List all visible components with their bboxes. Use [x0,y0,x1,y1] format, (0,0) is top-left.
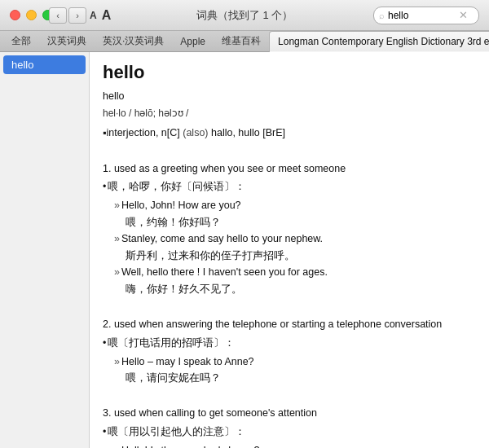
entry-word: hello [103,62,476,83]
minimize-button[interactable] [26,10,37,20]
tabbar: 全部 汉英词典 英汉·汉英词典 Apple 维基百科 Longman Conte… [0,31,489,52]
def-2-num: 2. used when answering the telephone or … [103,316,476,333]
def-1-ex3-en: Well, hello there ! I haven't seen you f… [103,264,476,281]
font-size-controls: A A [90,8,111,23]
search-icon: ⌕ [379,11,385,20]
tab-longman[interactable]: Longman Contemporary English Dictionary … [269,31,489,52]
def-2-ex1-zh: 喂，请问安妮在吗？ [103,370,476,387]
def-1-ex2-en: Stanley, come and say hello to your neph… [103,231,476,248]
search-input[interactable] [388,10,457,21]
def-2-zh: 喂〔打电话用的招呼语〕： [103,335,476,352]
tab-zh-en[interactable]: 汉英词典 [39,31,95,51]
titlebar: ‹ › A A 词典（找到了 1 个） ⌕ ✕ [0,0,489,31]
close-button[interactable] [10,10,20,20]
window-title: 词典（找到了 1 个） [196,8,293,23]
entry-body: hello hel·lo / həlō; həlɔʊ / ▪interjecti… [103,88,476,448]
def-1-ex3-zh: 嗨，你好！好久不见了。 [103,281,476,298]
def-3-ex1-en: Hello! Is there anybody home? [103,442,476,448]
entry-headword: hello [103,88,476,105]
sidebar: hello [0,52,90,448]
tab-apple[interactable]: Apple [172,31,214,51]
def-3-zh: 喂〔用以引起他人的注意〕： [103,424,476,441]
def-3-num: 3. used when calling to get someone's at… [103,405,476,422]
forward-button[interactable]: › [68,7,86,24]
entry-pos: ▪interjection, n[C] (also) hallo, hullo … [103,125,476,142]
def-1-ex1-zh: 喂，约翰！你好吗？ [103,214,476,231]
tab-en-zh[interactable]: 英汉·汉英词典 [95,31,172,51]
def-1-zh: 喂，哈啰，你好〔问候语〕： [103,178,476,195]
window-controls [10,10,53,20]
def-1-ex2-zh: 斯丹利，过来和你的侄子打声招呼。 [103,248,476,265]
tab-all[interactable]: 全部 [3,31,39,51]
sidebar-item-hello[interactable]: hello [3,55,86,74]
font-small-button[interactable]: A [90,10,97,21]
back-icon: ‹ [56,11,59,20]
font-large-button[interactable]: A [102,8,112,23]
forward-icon: › [76,11,79,20]
nav-arrows: ‹ › [49,7,86,24]
search-box: ⌕ ✕ [373,7,479,24]
entry-phonetic: hel·lo / həlō; həlɔʊ / [103,106,476,122]
content-area[interactable]: hello hello hel·lo / həlō; həlɔʊ / ▪inte… [90,52,489,448]
main-area: hello hello hello hel·lo / həlō; həlɔʊ /… [0,52,489,448]
def-2-ex1-en: Hello – may I speak to Anne? [103,354,476,371]
def-1-ex1-en: Hello, John! How are you? [103,197,476,214]
def-1-num: 1. used as a greeting when you see or me… [103,160,476,178]
back-button[interactable]: ‹ [49,7,67,24]
search-clear-button[interactable]: ✕ [459,9,468,21]
tab-wiki[interactable]: 维基百科 [214,31,269,51]
